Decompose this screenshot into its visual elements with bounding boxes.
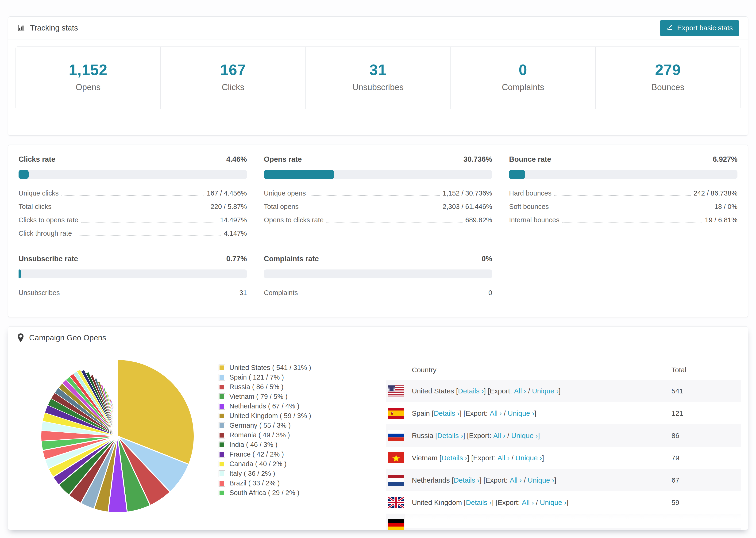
legend-item: Romania ( 49 / 3% ) xyxy=(219,430,311,440)
table-row-united-states: United States [Details ›] [Export: All ›… xyxy=(386,380,741,402)
legend-swatch xyxy=(219,461,225,467)
legend-swatch xyxy=(219,442,225,448)
column-header-country: Country xyxy=(386,366,672,374)
rate-detail-value: 220 / 5.87% xyxy=(211,203,247,211)
stat-box-clicks: 167Clicks xyxy=(160,47,305,109)
rate-detail-row: Opens to clicks rate689.82% xyxy=(264,213,492,227)
dotted-leader xyxy=(562,222,702,223)
flag-icon-es xyxy=(388,408,404,419)
legend-item: Brazil ( 33 / 2% ) xyxy=(219,478,311,488)
rate-percent: 6.927% xyxy=(713,155,737,164)
export-unique-link[interactable]: Unique › xyxy=(512,432,538,440)
legend-label: Germany ( 55 / 3% ) xyxy=(229,422,291,429)
details-link[interactable]: Details › xyxy=(437,432,463,440)
dotted-leader xyxy=(301,209,440,209)
export-all-link[interactable]: All › xyxy=(514,387,526,395)
details-link[interactable]: Details › xyxy=(441,454,467,462)
export-all-link[interactable]: All › xyxy=(490,409,502,417)
tracking-stats-card: Tracking stats Export basic stats 1,152O… xyxy=(8,17,748,136)
legend-label: South Africa ( 29 / 2% ) xyxy=(229,489,299,497)
stat-value: 1,152 xyxy=(16,61,160,79)
legend-label: Romania ( 49 / 3% ) xyxy=(229,431,290,439)
legend-item: South Africa ( 29 / 2% ) xyxy=(219,488,311,498)
export-all-link[interactable]: All › xyxy=(493,432,506,440)
legend-item: Netherlands ( 67 / 4% ) xyxy=(219,402,311,411)
stat-value: 167 xyxy=(161,61,305,79)
progress-bar xyxy=(509,170,737,179)
export-all-link[interactable]: All › xyxy=(498,454,510,462)
details-link[interactable]: Details › xyxy=(466,499,492,507)
progress-bar-fill xyxy=(509,170,525,179)
progress-bar xyxy=(264,269,492,278)
legend-swatch xyxy=(219,480,225,487)
legend-label: Spain ( 121 / 7% ) xyxy=(229,373,284,381)
rate-detail-value: 242 / 86.738% xyxy=(693,189,737,197)
rate-detail-row: Unique clicks167 / 4.456% xyxy=(19,187,247,200)
country-total: 541 xyxy=(672,387,741,395)
stat-box-unsubscribes: 31Unsubscribes xyxy=(305,47,450,109)
legend-label: United Kingdom ( 59 / 3% ) xyxy=(229,412,311,420)
rate-detail-label: Unsubscribes xyxy=(19,289,60,297)
rate-detail-label: Unique clicks xyxy=(19,189,59,197)
stat-label: Complaints xyxy=(451,82,595,92)
export-all-link[interactable]: All › xyxy=(510,476,522,484)
stat-label: Clicks xyxy=(161,82,305,92)
legend-label: Canada ( 40 / 2% ) xyxy=(229,460,287,468)
rate-head: Opens rate30.736% xyxy=(264,155,492,164)
table-row xyxy=(386,513,741,530)
geo-opens-pie-chart xyxy=(40,359,195,513)
export-unique-link[interactable]: Unique › xyxy=(532,387,559,395)
rate-block-clicks-rate: Clicks rate4.46%Unique clicks167 / 4.456… xyxy=(19,155,247,240)
stat-value: 31 xyxy=(306,61,450,79)
flag-icon-us xyxy=(388,385,404,397)
geo-section-title: Campaign Geo Opens xyxy=(29,333,106,342)
rate-block-unsubscribe-rate: Unsubscribe rate0.77%Unsubscribes31 xyxy=(19,255,247,299)
legend-swatch xyxy=(219,413,225,419)
progress-bar xyxy=(19,269,247,278)
export-unique-link[interactable]: Unique › xyxy=(515,454,542,462)
dotted-leader xyxy=(81,222,217,223)
rate-detail-label: Hard bounces xyxy=(509,189,552,197)
rate-block-complaints-rate: Complaints rate0%Complaints0 xyxy=(264,255,492,299)
country-total: 67 xyxy=(672,476,741,484)
export-unique-link[interactable]: Unique › xyxy=(540,499,566,507)
export-basic-stats-button[interactable]: Export basic stats xyxy=(660,20,739,36)
stat-box-opens: 1,152Opens xyxy=(16,47,160,109)
progress-bar-fill xyxy=(19,170,28,179)
rate-detail-row: Hard bounces242 / 86.738% xyxy=(509,187,737,200)
legend-swatch xyxy=(219,374,225,381)
details-link[interactable]: Details › xyxy=(454,476,479,484)
rate-percent: 30.736% xyxy=(463,155,492,164)
legend-item: India ( 46 / 3% ) xyxy=(219,440,311,450)
dotted-leader xyxy=(62,195,204,196)
geo-opens-card: Campaign Geo Opens United States ( 541 /… xyxy=(8,326,748,530)
stat-label: Opens xyxy=(16,82,160,92)
rate-detail-label: Click through rate xyxy=(19,230,72,237)
dotted-leader xyxy=(63,295,237,295)
rate-detail-value: 689.82% xyxy=(465,216,492,224)
legend-label: Russia ( 86 / 5% ) xyxy=(229,383,283,391)
table-row-spain: Spain [Details ›] [Export: All › / Uniqu… xyxy=(386,402,741,424)
flag-icon-vn xyxy=(388,452,404,463)
rate-detail-row: Clicks to opens rate14.497% xyxy=(19,213,247,227)
export-unique-link[interactable]: Unique › xyxy=(528,476,554,484)
rate-detail-label: Clicks to opens rate xyxy=(19,216,79,224)
country-total: 86 xyxy=(672,432,741,440)
legend-swatch xyxy=(219,394,225,400)
legend-item: France ( 42 / 2% ) xyxy=(219,450,311,459)
details-link[interactable]: Details › xyxy=(458,387,484,395)
details-link[interactable]: Details › xyxy=(434,409,459,417)
export-unique-link[interactable]: Unique › xyxy=(508,409,534,417)
progress-bar xyxy=(264,170,492,179)
column-header-total: Total xyxy=(672,366,741,374)
legend-item: Vietnam ( 79 / 5% ) xyxy=(219,392,311,402)
legend-swatch xyxy=(219,403,225,409)
legend-swatch xyxy=(219,384,225,390)
export-all-link[interactable]: All › xyxy=(522,499,534,507)
rate-title: Unsubscribe rate xyxy=(19,255,78,263)
progress-bar xyxy=(19,170,247,179)
dotted-leader xyxy=(54,209,208,209)
pie-legend: United States ( 541 / 31% )Spain ( 121 /… xyxy=(219,363,311,498)
legend-label: India ( 46 / 3% ) xyxy=(229,441,278,449)
rate-detail-row: Internal bounces19 / 6.81% xyxy=(509,213,737,227)
